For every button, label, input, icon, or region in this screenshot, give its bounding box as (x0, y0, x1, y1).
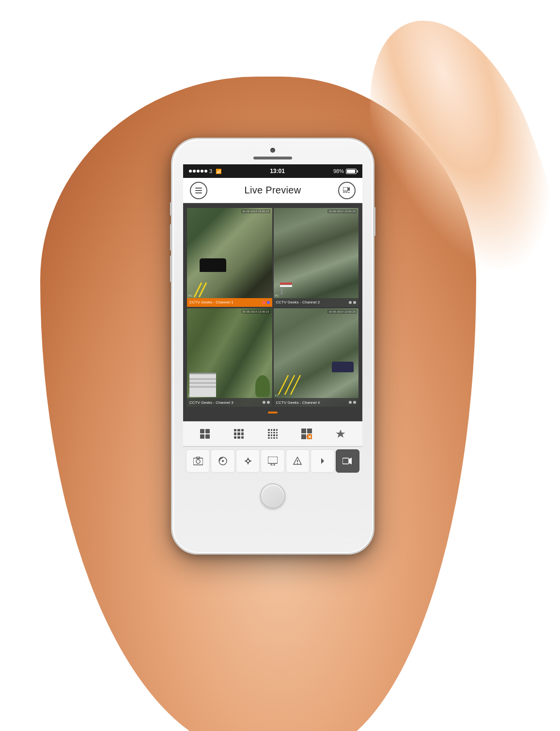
display-button[interactable] (261, 449, 284, 473)
more-icon (321, 457, 325, 465)
cam1-label-text: CCTV Geeks - Channel 1 (189, 300, 233, 304)
cam1-label: CCTV Geeks - Channel 1 (187, 298, 272, 307)
active-page-dot (268, 412, 278, 413)
menu-button[interactable] (190, 182, 207, 199)
layout-4x4-icon (268, 429, 278, 439)
svg-rect-9 (280, 285, 292, 287)
scene: 3 📶 13:01 98% (0, 0, 560, 731)
cam3-label: CCTV Geeks - Channel 3 (187, 398, 272, 407)
camera-cell-1[interactable]: 30-09-2014 13:06:23 PC CCTV Geeks - Chan… (187, 208, 272, 307)
alert-icon (293, 456, 302, 466)
status-left: 3 📶 (189, 168, 221, 174)
svg-rect-22 (197, 457, 200, 459)
camera-list-icon (343, 187, 351, 194)
svg-point-37 (297, 463, 298, 464)
front-camera (270, 148, 275, 153)
power-button (373, 207, 375, 236)
cam2-dot2 (353, 301, 356, 304)
cam3-icons (263, 401, 270, 404)
cam3-dot1 (263, 401, 265, 404)
layout-3x3-icon (234, 429, 244, 439)
cam4-markings (276, 373, 305, 397)
page-title: Live Preview (245, 185, 301, 196)
cam3-dot2 (267, 401, 270, 404)
cam4-dot2 (353, 401, 356, 404)
volume-down-button (170, 255, 172, 282)
phone-device: 3 📶 13:01 98% (171, 138, 374, 555)
status-time: 13:01 (270, 168, 285, 175)
svg-rect-0 (343, 187, 348, 191)
layout-custom-button[interactable]: ✕ (298, 425, 315, 443)
cam4-label: CCTV Geeks - Channel 4 (274, 398, 359, 407)
svg-rect-8 (280, 283, 292, 285)
svg-marker-38 (321, 458, 324, 464)
wifi-icon: 📶 (216, 169, 221, 174)
camera-cell-2[interactable]: 30-09-2014 13:06:29 PC CCTV Geeks - Chan… (274, 208, 359, 307)
cam1-timestamp: 30-09-2014 13:06:23 (241, 209, 270, 213)
layout-4x4-button[interactable] (264, 425, 281, 443)
cam2-label: CCTV Geeks - Channel 2 (274, 298, 359, 307)
ptz-icon (243, 456, 253, 466)
display-icon (268, 457, 278, 465)
volume-up-button (170, 224, 172, 251)
camera-grid: 30-09-2014 13:06:23 PC CCTV Geeks - Chan… (187, 208, 358, 407)
cam2-dot1 (349, 301, 352, 304)
mute-button (170, 202, 172, 216)
speaker (253, 157, 292, 159)
svg-marker-40 (349, 458, 352, 464)
cam2-timestamp: 30-09-2014 13:06:29 (327, 209, 357, 213)
phone-screen: 3 📶 13:01 98% (183, 164, 362, 475)
layout-2x2-button[interactable] (196, 425, 214, 443)
svg-rect-13 (301, 429, 306, 433)
snapshot-button[interactable] (186, 449, 210, 473)
svg-marker-19 (336, 429, 345, 438)
signal-icon (189, 170, 207, 173)
cam1-dot1 (263, 301, 265, 304)
snapshot-icon (193, 457, 203, 465)
svg-rect-15 (301, 434, 306, 439)
svg-rect-14 (307, 429, 312, 433)
cam2-label-text: CCTV Geeks - Channel 2 (276, 300, 320, 304)
svg-text:✕: ✕ (308, 434, 311, 439)
record-icon (342, 457, 352, 465)
svg-rect-39 (342, 458, 349, 464)
cam4-timestamp: 30-09-2014 13:06:29 (327, 310, 357, 314)
svg-rect-2 (343, 192, 345, 193)
layout-3x3-button[interactable] (230, 425, 248, 443)
status-bar: 3 📶 13:01 98% (183, 164, 362, 178)
cam3-timestamp: 30-09-2014 13:06:23 (241, 310, 270, 314)
car-silhouette (200, 258, 226, 272)
camera-area: 30-09-2014 13:06:23 PC CCTV Geeks - Chan… (183, 203, 362, 421)
page-indicator (187, 409, 358, 416)
tree (255, 375, 270, 397)
svg-point-25 (222, 460, 224, 462)
cam4-car (332, 362, 354, 372)
ptz-button[interactable] (236, 449, 260, 473)
alert-button[interactable] (286, 449, 310, 473)
record-button[interactable] (336, 449, 359, 473)
camera-cell-4[interactable]: 30-09-2014 13:06:29 PC CCTV G (274, 308, 359, 407)
cam4-dot1 (349, 401, 352, 404)
playback-button[interactable] (211, 449, 234, 473)
camera-cell-3[interactable]: 30-09-2014 13:06:23 PC CCTV G (187, 308, 272, 407)
layout-custom-icon: ✕ (301, 429, 312, 439)
battery-icon (346, 169, 357, 174)
app-header: Live Preview (183, 178, 362, 203)
svg-rect-4 (348, 192, 350, 193)
favorites-button[interactable] (332, 425, 349, 443)
cam4-icons (349, 401, 356, 404)
home-button[interactable] (260, 483, 285, 509)
battery-percent: 98% (333, 168, 344, 174)
toolbar (183, 446, 362, 475)
cam2-icons (349, 301, 356, 304)
svg-rect-3 (345, 192, 347, 193)
cam2-content (276, 275, 310, 295)
phone-top (172, 139, 373, 159)
phone-wrapper: 3 📶 13:01 98% (171, 138, 374, 555)
star-icon (335, 429, 346, 439)
more-button[interactable] (311, 449, 334, 473)
carrier-label: 3 (209, 168, 212, 174)
camera-list-button[interactable] (338, 182, 356, 199)
battery-fill (347, 170, 355, 173)
layout-2x2-icon (200, 429, 210, 439)
